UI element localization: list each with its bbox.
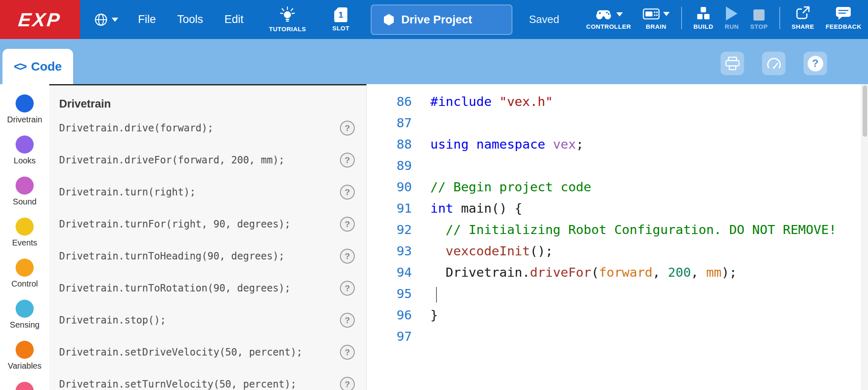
line-number: 86 [367, 91, 412, 112]
exp-logo-text: EXP [18, 9, 63, 31]
globe-icon [94, 13, 108, 27]
category-partial-7[interactable] [0, 382, 49, 390]
language-selector[interactable] [94, 13, 118, 27]
command-item[interactable]: Drivetrain.setDriveVelocity(50, percent)… [49, 336, 366, 368]
share-button[interactable]: SHARE [792, 6, 814, 30]
line-number: 94 [367, 262, 412, 283]
code-text: using namespace vex; [412, 133, 583, 155]
command-item[interactable]: Drivetrain.turnFor(right, 90, degrees);? [49, 208, 366, 240]
run-label: RUN [725, 23, 739, 30]
brain-dropdown[interactable]: BRAIN [643, 7, 670, 30]
category-looks[interactable]: Looks [0, 135, 49, 177]
code-line[interactable]: 91int main() { [367, 197, 861, 219]
save-status: Saved [529, 13, 559, 26]
code-tab-label: Code [31, 60, 62, 73]
menu-bar-items: File Tools Edit [127, 13, 254, 26]
command-help-button[interactable]: ? [340, 153, 355, 167]
command-item[interactable]: Drivetrain.drive(forward);? [49, 112, 366, 144]
category-control[interactable]: Control [0, 259, 49, 300]
code-line[interactable]: 88using namespace vex; [367, 133, 861, 155]
slot-button[interactable]: 1 SLOT [332, 7, 349, 32]
command-help-button[interactable]: ? [340, 313, 355, 328]
controller-dropdown[interactable]: CONTROLLER [586, 8, 631, 30]
command-reference-panel: Drivetrain Drivetrain.drive(forward);?Dr… [49, 84, 367, 390]
category-label: Looks [14, 156, 35, 165]
code-text: Drivetrain.driveFor(forward, 200, mm); [412, 262, 737, 283]
menu-edit[interactable]: Edit [214, 13, 255, 26]
code-line[interactable]: 93 vexcodeInit(); [367, 240, 861, 262]
code-line[interactable]: 86#include "vex.h" [367, 91, 861, 112]
command-help-button[interactable]: ? [340, 345, 355, 360]
command-item[interactable]: Drivetrain.turnToHeading(90, degrees);? [49, 240, 366, 272]
gauge-icon [766, 56, 782, 71]
command-text: Drivetrain.turnToRotation(90, degrees); [59, 282, 291, 294]
slot-number: 1 [338, 10, 343, 20]
play-icon [726, 7, 737, 21]
topbar-actions: CONTROLLER BRAIN [586, 6, 868, 33]
brain-label: BRAIN [646, 23, 666, 30]
stop-label: STOP [750, 23, 768, 30]
command-item[interactable]: Drivetrain.stop();? [49, 304, 366, 336]
code-line[interactable]: 95 [367, 283, 861, 304]
build-button[interactable]: BUILD [693, 7, 713, 30]
feedback-button[interactable]: FEEDBACK [826, 6, 861, 30]
menu-file[interactable]: File [127, 13, 167, 26]
code-brackets-icon: <> [14, 60, 25, 73]
command-help-button[interactable]: ? [340, 281, 355, 296]
command-help-button[interactable]: ? [340, 185, 355, 200]
command-help-button[interactable]: ? [340, 217, 355, 232]
tab-code[interactable]: <> Code [2, 49, 73, 84]
code-line[interactable]: 97 [367, 326, 861, 347]
run-button[interactable]: RUN [725, 7, 739, 30]
command-item[interactable]: Drivetrain.setTurnVelocity(50, percent);… [49, 368, 366, 390]
category-variables[interactable]: Variables [0, 341, 49, 382]
command-help-button[interactable]: ? [340, 377, 355, 390]
category-drivetrain[interactable]: Drivetrain [0, 94, 49, 135]
line-number: 97 [367, 326, 412, 347]
help-button[interactable]: ? [804, 52, 827, 75]
line-number: 90 [367, 176, 412, 197]
tutorials-button[interactable]: TUTORIALS [269, 7, 306, 32]
category-label: Sensing [10, 320, 39, 330]
line-number: 89 [367, 155, 412, 176]
category-color-dot [16, 300, 34, 318]
category-color-dot [16, 341, 34, 359]
code-line[interactable]: 94 Drivetrain.driveFor(forward, 200, mm)… [367, 262, 861, 283]
line-number: 92 [367, 219, 412, 240]
command-help-button[interactable]: ? [340, 121, 355, 135]
scrollbar-thumb[interactable] [863, 85, 867, 137]
category-label: Variables [8, 361, 41, 371]
code-text: int main() { [412, 197, 522, 219]
code-text: // Initializing Robot Configuration. DO … [412, 219, 836, 240]
code-text: } [412, 304, 438, 326]
command-text: Drivetrain.stop(); [59, 314, 166, 326]
controller-icon [594, 8, 613, 21]
code-line[interactable]: 87 [367, 112, 861, 133]
dashboard-button[interactable] [762, 52, 785, 75]
code-line[interactable]: 92 // Initializing Robot Configuration. … [367, 219, 861, 240]
text-cursor [436, 287, 437, 303]
command-help-button[interactable]: ? [340, 249, 355, 264]
exp-logo[interactable]: EXP [0, 0, 80, 39]
command-item[interactable]: Drivetrain.turnToRotation(90, degrees);? [49, 272, 366, 304]
question-mark-icon: ? [808, 56, 823, 71]
command-item[interactable]: Drivetrain.driveFor(forward, 200, mm);? [49, 144, 366, 176]
category-sensing[interactable]: Sensing [0, 300, 49, 341]
printer-device-icon [724, 56, 741, 71]
device-config-button[interactable] [721, 52, 744, 75]
code-line[interactable]: 96} [367, 304, 861, 326]
command-item[interactable]: Drivetrain.turn(right);? [49, 176, 366, 208]
stop-button[interactable]: STOP [750, 9, 768, 30]
category-events[interactable]: Events [0, 218, 49, 259]
project-name-button[interactable]: Drive Project [371, 5, 512, 35]
category-sound[interactable]: Sound [0, 177, 49, 218]
panel-heading: Drivetrain [59, 98, 366, 110]
code-line[interactable]: 90// Begin project code [367, 176, 861, 197]
menu-tools[interactable]: Tools [167, 13, 214, 26]
hexagon-icon [383, 14, 395, 26]
command-text: Drivetrain.turnFor(right, 90, degrees); [59, 218, 291, 230]
editor-scrollbar[interactable] [861, 84, 868, 390]
line-number: 88 [367, 133, 412, 155]
code-line[interactable]: 89 [367, 155, 861, 176]
code-editor[interactable]: 86#include "vex.h"8788using namespace ve… [367, 84, 861, 390]
